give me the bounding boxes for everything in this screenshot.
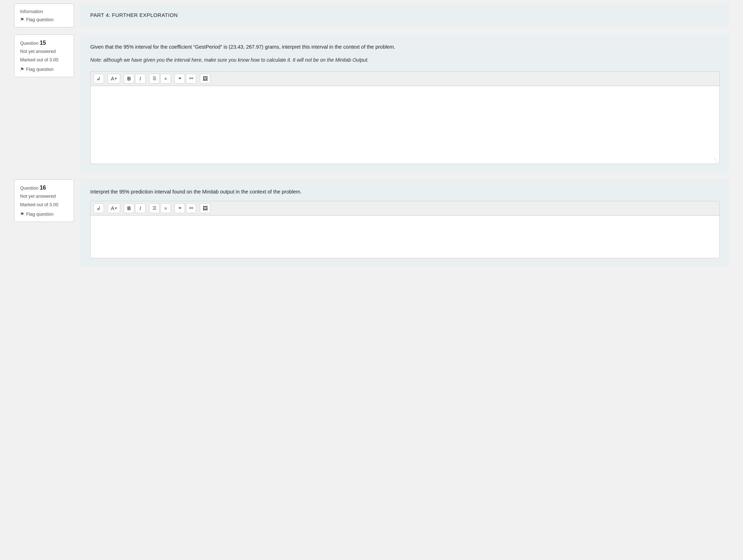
question-16-marked: Marked out of 3.00 xyxy=(20,202,68,208)
numbered-list-button-16[interactable]: ≡ xyxy=(160,203,171,213)
question-16-label-area: Question 16 xyxy=(20,185,68,191)
toolbar-16-group-4: ☰ ≡ xyxy=(149,203,171,213)
link-button-15[interactable]: ⚭ xyxy=(174,74,185,84)
image-button-15[interactable]: 🖼 xyxy=(200,74,210,84)
undo-button-16[interactable]: ↲ xyxy=(93,203,104,213)
bullet-list-button-16[interactable]: ☰ xyxy=(149,203,160,213)
toolbar-16-group-6: 🖼 xyxy=(200,203,210,213)
link-button-16[interactable]: ⚭ xyxy=(174,203,185,213)
toolbar-16-group-1: ↲ xyxy=(93,203,104,213)
toolbar-group-2: A ▾ xyxy=(108,74,120,84)
question-16-main: Interpret the 95% prediction interval fo… xyxy=(81,179,729,267)
italic-button-15[interactable]: I xyxy=(135,74,146,84)
flag-icon-16: ⚑ xyxy=(20,211,24,217)
question-15-flag[interactable]: ⚑ Flag question xyxy=(20,67,68,72)
toolbar-group-3: B I xyxy=(124,74,146,84)
question-16-sidebar: Question 16 Not yet answered Marked out … xyxy=(14,179,74,222)
toolbar-group-6: 🖼 xyxy=(200,74,210,84)
toolbar-group-4: ☰ ≡ xyxy=(149,74,171,84)
question-15-sidebar: Question 15 Not yet answered Marked out … xyxy=(14,35,74,77)
question-16-status: Not yet answered xyxy=(20,193,68,199)
question-16-flag[interactable]: ⚑ Flag question xyxy=(20,211,68,217)
question-15-text: Given that the 95% interval for the coef… xyxy=(90,43,720,51)
flag-question-info[interactable]: ⚑ Flag question xyxy=(20,17,68,22)
question-16-editor-body[interactable] xyxy=(91,216,719,258)
bold-button-16[interactable]: B xyxy=(124,203,134,213)
question-15-toolbar: ↲ A ▾ B I ☰ ≡ xyxy=(91,72,719,86)
question-15-label-area: Question 15 xyxy=(20,40,68,46)
unlink-button-15[interactable]: ⚯ xyxy=(186,74,196,84)
unlink-button-16[interactable]: ⚯ xyxy=(186,203,196,213)
question-15-row: Question 15 Not yet answered Marked out … xyxy=(0,35,743,172)
flag-icon-15: ⚑ xyxy=(20,67,24,72)
toolbar-group-1: ↲ xyxy=(93,74,104,84)
undo-button-15[interactable]: ↲ xyxy=(93,74,104,84)
question-15-note: Note: although we have given you the int… xyxy=(90,56,720,64)
numbered-list-button-15[interactable]: ≡ xyxy=(160,74,171,84)
italic-button-16[interactable]: I xyxy=(135,203,146,213)
font-button-16[interactable]: A ▾ xyxy=(108,203,120,213)
question-16-toolbar: ↲ A ▾ B I ☰ ≡ xyxy=(91,201,719,216)
question-15-status: Not yet answered xyxy=(20,48,68,55)
question-15-editor: ↲ A ▾ B I ☰ ≡ xyxy=(90,71,720,164)
part-title: PART 4: FURTHER EXPLORATION xyxy=(90,12,720,18)
info-sidebar: Information ⚑ Flag question xyxy=(14,4,74,27)
font-button-15[interactable]: A ▾ xyxy=(108,74,120,84)
question-15-editor-body[interactable]: ⋱ xyxy=(91,86,719,164)
question-15-main: Given that the 95% interval for the coef… xyxy=(81,35,729,172)
question-16-text: Interpret the 95% prediction interval fo… xyxy=(90,188,720,196)
bold-button-15[interactable]: B xyxy=(124,74,134,84)
image-button-16[interactable]: 🖼 xyxy=(200,203,210,213)
resize-handle-15[interactable]: ⋱ xyxy=(714,158,719,163)
part-header-section: PART 4: FURTHER EXPLORATION xyxy=(81,4,729,27)
question-15-marked: Marked out of 3.00 xyxy=(20,57,68,63)
bullet-list-button-15[interactable]: ☰ xyxy=(149,74,160,84)
info-label: Information xyxy=(20,9,68,14)
toolbar-16-group-5: ⚭ ⚯ xyxy=(174,203,196,213)
toolbar-16-group-3: B I xyxy=(124,203,146,213)
toolbar-group-5: ⚭ ⚯ xyxy=(174,74,196,84)
question-16-editor: ↲ A ▾ B I ☰ ≡ xyxy=(90,201,720,258)
question-16-row: Question 16 Not yet answered Marked out … xyxy=(0,179,743,267)
toolbar-16-group-2: A ▾ xyxy=(108,203,120,213)
page-wrapper: Information ⚑ Flag question PART 4: FURT… xyxy=(0,0,743,267)
flag-icon-info: ⚑ xyxy=(20,17,24,22)
